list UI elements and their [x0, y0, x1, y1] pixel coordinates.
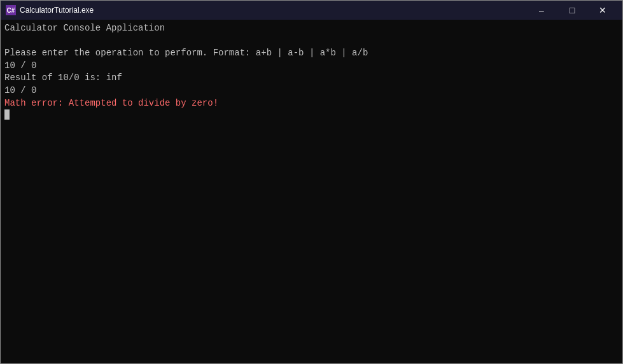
console-area: Calculator Console Application Please en… — [1, 20, 622, 363]
console-line-blank — [4, 35, 619, 48]
console-line-result: Result of 10/0 is: inf — [4, 72, 619, 85]
close-button[interactable]: ✕ — [588, 1, 617, 20]
console-line-error: Math error: Attempted to divide by zero! — [4, 97, 619, 110]
maximize-button[interactable]: □ — [557, 1, 587, 20]
window-title: CalculatorTutorial.exe — [20, 6, 94, 15]
console-line-input1: 10 / 0 — [4, 60, 619, 73]
console-cursor-line — [4, 109, 619, 120]
minimize-button[interactable]: – — [527, 1, 556, 20]
app-icon: C# — [6, 5, 16, 15]
title-bar-left: C# CalculatorTutorial.exe — [6, 5, 94, 15]
console-line-prompt: Please enter the operation to perform. F… — [4, 47, 619, 60]
console-line-1: Calculator Console Application — [4, 22, 619, 35]
title-bar-controls: – □ ✕ — [527, 1, 617, 20]
console-line-input2: 10 / 0 — [4, 85, 619, 97]
cursor — [4, 109, 10, 120]
window: C# CalculatorTutorial.exe – □ ✕ Calculat… — [0, 0, 623, 364]
title-bar: C# CalculatorTutorial.exe – □ ✕ — [1, 1, 622, 20]
